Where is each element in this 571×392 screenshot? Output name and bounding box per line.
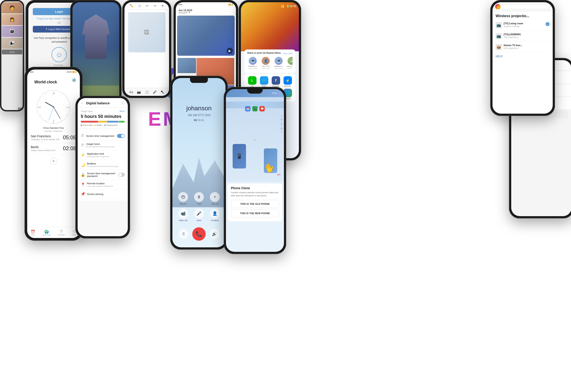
- remote-location-row[interactable]: 📍 Remote location Log in with student's …: [81, 180, 125, 190]
- app-limit-icon: ⚡: [81, 153, 85, 157]
- honor-tv-item[interactable]: 📦 Homor TV box... Only supports p...: [493, 42, 553, 53]
- share-wallpaper: 📶 🔋08:08: [241, 2, 299, 51]
- attachment-icon[interactable]: ⬜: [145, 90, 149, 94]
- device-avatar: 💻: [275, 57, 283, 65]
- tv-led-item[interactable]: 📺 [TV],LED85691 Only supports p...: [493, 31, 553, 42]
- mute-button[interactable]: 🎤 Mute: [192, 209, 206, 222]
- alarm-tab[interactable]: ⏰ Alarm: [31, 230, 35, 236]
- tv-led-sub: Only supports p...: [504, 36, 550, 38]
- usage-hours-row[interactable]: ⏱ Usage hours Set the total time the scr…: [81, 140, 125, 150]
- mute-label: Mute: [197, 219, 201, 222]
- tv-living-room-item[interactable]: 📺 [TV] Living room Supports Desktop ✓: [493, 20, 553, 31]
- tv-icon: 📺: [496, 22, 502, 28]
- tv-box-icon: 📦: [496, 44, 502, 50]
- camera-icon[interactable]: 📷: [137, 90, 141, 94]
- mic-icon[interactable]: 🎤: [153, 90, 157, 94]
- legend-glory: Glory of Kings: [81, 124, 93, 126]
- dialpad-button[interactable]: ⠿: [179, 229, 189, 239]
- analog-clock-container: 12 3 6 9: [27, 88, 80, 126]
- share-device-item[interactable]: 👤 KiKi 's P20 Touch to send: [260, 57, 271, 69]
- bedtime-row[interactable]: 🌙 Bedtime During sleep time,the screen t…: [81, 160, 125, 170]
- record-button[interactable]: Record: [176, 192, 190, 205]
- pen-icon[interactable]: ✏️: [130, 4, 133, 8]
- bedtime-icon: 🌙: [81, 163, 85, 167]
- add-call-label: Add call: [211, 203, 218, 205]
- tv-living-room-sub: Supports Desktop: [504, 25, 544, 28]
- notes-content-area[interactable]: 🖼: [124, 10, 169, 57]
- stopwatch-tab[interactable]: ⏱ Stopwatch: [58, 230, 65, 236]
- phone9-screen: johanson +86 186 0773 2203 ▮▮ 00:36: [172, 78, 225, 247]
- pen-bottom-icon[interactable]: ✒️: [161, 90, 164, 94]
- old-phone-illustration: 📱: [233, 144, 246, 168]
- gallery-date: Jan 14,2018 Shanghai 📍: [176, 7, 236, 15]
- share-devices-list: 💻 MateBook X Touch to send 👤 KiKi 's P20…: [247, 57, 293, 69]
- check-icon: ✓: [546, 22, 550, 26]
- screen-time-toggle[interactable]: [117, 134, 125, 138]
- speaker-button[interactable]: 🔊: [209, 229, 219, 239]
- shape-icon[interactable]: ⬡: [138, 4, 141, 8]
- hold-button[interactable]: ⏸ Hold: [192, 192, 206, 205]
- pinning-icon: 📌: [81, 192, 85, 196]
- end-call-button[interactable]: 📞: [192, 227, 206, 241]
- facebook-label: Facebook: [272, 85, 279, 87]
- chevron-right-icon: ›: [124, 154, 125, 157]
- settings-icon[interactable]: ⚙️: [72, 78, 76, 82]
- screen-pinning-row[interactable]: 📌 Screen pinning ›: [81, 190, 125, 198]
- svg-line-2: [182, 196, 183, 197]
- new-phone-button[interactable]: THIS IS THE NEW PHONE: [231, 209, 279, 217]
- chevron-right-icon: ›: [124, 193, 125, 196]
- gallery-cell[interactable]: [177, 58, 196, 73]
- social-app-bluetooth[interactable]: ⚡ Bluetooth: [283, 76, 293, 87]
- worldclock-tab[interactable]: 🌍 World clock: [43, 230, 51, 236]
- device-name: MateBook X: [274, 66, 283, 67]
- back-button[interactable]: ←: [81, 101, 84, 105]
- usage-stats-label: Usage stats: [81, 110, 125, 112]
- share-device-item[interactable]: 💻 MateBook X Touch to send: [247, 57, 258, 69]
- share-device-item[interactable]: 💻 MateBook X Touch to send: [273, 57, 284, 69]
- device-action: Touch to send: [274, 68, 283, 69]
- text-icon[interactable]: Aa: [129, 90, 133, 94]
- device-name: Huting TH880: [287, 66, 293, 67]
- stopwatch-icon: ⏱: [59, 230, 63, 234]
- phone4-screen: ✏️ ⬡ ↩ ↪ ✕ 🖼 Aa 📷 ⬜ 🎤 ✒️: [124, 2, 169, 96]
- line-icon: L: [248, 76, 257, 85]
- device-avatar: 💻: [249, 57, 257, 65]
- alarm-icon: ⏰: [31, 230, 35, 234]
- more-link[interactable]: More: [119, 110, 125, 112]
- social-app-facebook[interactable]: f Facebook: [271, 76, 281, 87]
- add-call-button[interactable]: + Add call: [208, 192, 221, 205]
- phone-digital-balance: ← Digital balance ⓘ Usage stats More 5 h…: [75, 96, 130, 238]
- usage-hours-icon: ⏱: [81, 143, 84, 147]
- hour-hand: [45, 102, 54, 107]
- contacts-button[interactable]: 👤 Contacts: [208, 209, 221, 222]
- old-phone-button[interactable]: THIS IS THE OLD PHONE: [231, 200, 279, 208]
- city-row-sf: San Francisco Yesterday, 15 hours behind…: [27, 132, 80, 143]
- line-label: Line: [251, 85, 254, 87]
- video-call-button[interactable]: 📹 Video call: [176, 209, 190, 222]
- phone11-screen: G Wireless projectio... 📺 [TV] Living ro…: [493, 2, 553, 114]
- call-row-1: Record ⏸ Hold + Add call: [175, 192, 223, 205]
- add-city-button[interactable]: +: [50, 157, 57, 165]
- app-limit-sub: Limit application usage time: [87, 155, 109, 157]
- record-label: Record: [180, 203, 186, 205]
- google-icon: G: [495, 4, 500, 9]
- redo-icon[interactable]: ↪: [154, 4, 156, 8]
- search-bar[interactable]: [502, 4, 550, 9]
- contacts-label: Contacts: [211, 219, 219, 222]
- password-toggle[interactable]: [118, 173, 125, 177]
- info-icon[interactable]: ⓘ: [121, 101, 125, 105]
- learn-more-link[interactable]: Lean more: [283, 52, 293, 55]
- undo-icon[interactable]: ↩: [146, 4, 148, 8]
- usage-legend: Glory of Kings Headline Chattering video: [81, 124, 125, 126]
- close-icon[interactable]: ✕: [161, 4, 164, 8]
- gallery-location: Shanghai 📍: [178, 12, 233, 14]
- app-limit-row[interactable]: ⚡ Application limit Limit application us…: [81, 150, 125, 160]
- share-device-item[interactable]: 🖨 Huting TH880 Touch to print: [286, 57, 293, 69]
- help-button[interactable]: HELP: [496, 55, 550, 58]
- ruler-tick: [281, 124, 283, 124]
- social-app-twitter[interactable]: 🐦 Twitter: [259, 76, 269, 87]
- clock-date-label: Saturday, 1 September: [27, 130, 80, 132]
- call-bottom-row: ⠿ 📞 🔊: [172, 227, 225, 241]
- social-app-line[interactable]: L Line: [247, 76, 257, 87]
- twitter-icon: 🐦: [260, 76, 268, 85]
